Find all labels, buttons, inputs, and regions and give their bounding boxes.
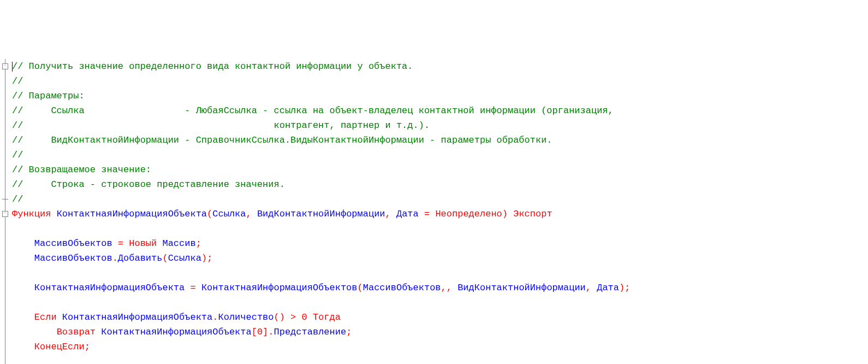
- code-token: // Строка - строковое представление знач…: [12, 179, 285, 190]
- code-token: КонтактнаяИнформацияОбъекта: [101, 327, 251, 337]
- code-line[interactable]: [12, 221, 630, 236]
- code-token: (: [358, 283, 363, 293]
- code-token: [: [252, 327, 257, 337]
- code-token: Добавить: [118, 253, 163, 263]
- code-token: =: [185, 283, 201, 293]
- fold-collapse-icon[interactable]: -: [2, 63, 8, 69]
- code-token: Ссылка: [212, 209, 246, 219]
- code-token: ;: [196, 238, 201, 249]
- code-token: ВидКонтактнойИнформации: [257, 209, 385, 219]
- code-line[interactable]: // ВидКонтактнойИнформации - СправочникС…: [12, 133, 630, 148]
- code-token: КонтактнаяИнформацияОбъектов: [201, 283, 358, 293]
- code-token: ;: [85, 342, 90, 352]
- code-line[interactable]: МассивОбъектов.Добавить(Ссылка);: [12, 251, 630, 266]
- code-token: ,: [385, 209, 396, 219]
- code-token: МассивОбъектов: [363, 283, 441, 293]
- code-line[interactable]: //: [12, 192, 630, 207]
- code-token: (: [207, 209, 212, 219]
- code-token: =: [419, 209, 436, 219]
- code-line[interactable]: [12, 266, 630, 280]
- code-token: [12, 283, 34, 293]
- code-token: Возврат: [57, 327, 102, 337]
- code-token: ): [502, 209, 513, 219]
- code-token: // контрагент, партнер и т.д.).: [12, 120, 430, 131]
- code-token: КонецЕсли: [34, 342, 85, 352]
- code-token: // Возвращаемое значение:: [12, 165, 151, 175]
- code-token: Дата: [396, 209, 419, 219]
- code-token: Функция: [12, 209, 57, 219]
- code-token: ,,: [441, 283, 458, 293]
- code-token: [12, 342, 34, 352]
- code-token: 0: [302, 312, 307, 322]
- code-line[interactable]: МассивОбъектов = Новый Массив;: [12, 236, 630, 251]
- code-token: Массив: [162, 238, 195, 249]
- code-token: Дата: [597, 283, 619, 293]
- code-token: ВидКонтактнойИнформации: [457, 283, 586, 293]
- code-token: [12, 224, 34, 234]
- code-token: МассивОбъектов: [34, 238, 112, 249]
- fold-end-icon: [2, 199, 8, 199]
- code-token: Ссылка: [168, 253, 201, 263]
- code-token: Экспорт: [513, 209, 552, 219]
- code-token: 0: [257, 327, 263, 337]
- code-line[interactable]: //: [12, 148, 630, 162]
- code-token: Тогда: [307, 312, 341, 322]
- code-line[interactable]: // Ссылка - ЛюбаяСсылка - ссылка на объе…: [12, 103, 630, 118]
- code-token: [12, 253, 34, 263]
- code-token: [12, 268, 34, 278]
- code-token: Представление: [274, 327, 347, 337]
- code-token: // ВидКонтактнойИнформации - СправочникС…: [12, 135, 552, 145]
- fold-gutter[interactable]: --: [0, 59, 10, 364]
- code-token: [12, 238, 34, 249]
- code-line[interactable]: // Возвращаемое значение:: [12, 162, 630, 177]
- code-token: //: [12, 194, 23, 204]
- code-line[interactable]: Функция КонтактнаяИнформацияОбъекта(Ссыл…: [12, 207, 630, 221]
- code-token: Новый: [129, 238, 162, 249]
- fold-collapse-icon[interactable]: -: [2, 211, 8, 217]
- code-line[interactable]: //: [12, 74, 630, 89]
- code-line[interactable]: // Параметры:: [12, 89, 630, 103]
- code-token: КонтактнаяИнформацияОбъекта: [62, 312, 212, 322]
- code-token: [12, 312, 34, 322]
- code-line[interactable]: КонтактнаяИнформацияОбъекта = Контактная…: [12, 280, 630, 295]
- code-editor[interactable]: -- // Получить значение определенного ви…: [0, 59, 868, 364]
- code-line[interactable]: // Строка - строковое представление знач…: [12, 177, 630, 192]
- code-token: КонтактнаяИнформацияОбъекта: [34, 283, 185, 293]
- code-token: КонтактнаяИнформацияОбъекта: [57, 209, 207, 219]
- code-token: ,: [246, 209, 257, 219]
- code-token: );: [201, 253, 212, 263]
- code-token: ].: [263, 327, 274, 337]
- code-token: Если: [34, 312, 62, 322]
- code-token: .: [212, 312, 218, 322]
- code-token: (: [162, 253, 168, 263]
- code-token: =: [112, 238, 129, 249]
- code-line[interactable]: // Получить значение определенного вида …: [12, 59, 630, 74]
- code-token: // Ссылка - ЛюбаяСсылка - ссылка на объе…: [12, 105, 614, 116]
- code-line[interactable]: // контрагент, партнер и т.д.).: [12, 118, 630, 133]
- code-token: ,: [586, 283, 597, 293]
- code-token: Количество: [218, 312, 274, 322]
- code-area[interactable]: // Получить значение определенного вида …: [10, 59, 630, 364]
- code-line[interactable]: [12, 295, 630, 310]
- code-line[interactable]: КонецЕсли;: [12, 339, 630, 354]
- code-line[interactable]: Возврат КонтактнаяИнформацияОбъекта[0].П…: [12, 325, 630, 339]
- code-token: () >: [274, 312, 302, 322]
- code-token: Неопределено: [435, 209, 502, 219]
- code-token: ;: [346, 327, 352, 337]
- code-token: МассивОбъектов: [34, 253, 112, 263]
- code-token: );: [619, 283, 630, 293]
- code-token: [12, 327, 57, 337]
- code-token: [12, 297, 34, 308]
- code-token: //: [12, 150, 23, 160]
- code-line[interactable]: Если КонтактнаяИнформацияОбъекта.Количес…: [12, 310, 630, 325]
- code-line[interactable]: [12, 354, 630, 364]
- code-token: // Параметры:: [12, 91, 85, 101]
- code-token: // Получить значение определенного вида …: [12, 61, 413, 72]
- code-token: [12, 356, 34, 364]
- code-token: .: [112, 253, 118, 263]
